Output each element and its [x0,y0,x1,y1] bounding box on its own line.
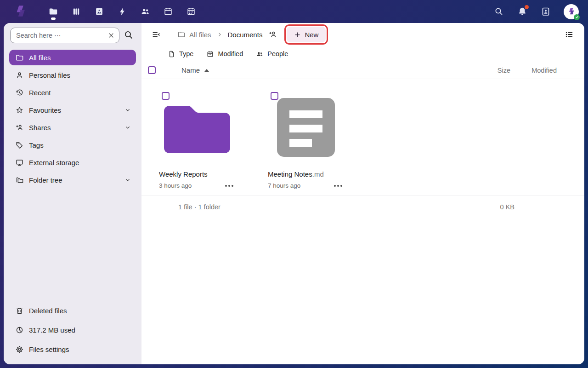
chevron-down-icon[interactable] [124,106,131,114]
search-input[interactable] [16,32,106,39]
close-icon [107,32,115,39]
search-icon [493,6,504,17]
file-card-weekly-reports[interactable]: Weekly Reports 3 hours ago [159,92,235,195]
file-basename: Meeting Notes [268,170,312,178]
chevron-down-icon[interactable] [124,176,131,184]
file-actions-button[interactable] [333,183,343,189]
sidebar-item-quota[interactable]: 317.2 MB used [9,322,136,338]
sidebar-item-personal-files[interactable]: Personal files [9,67,136,83]
nextcloud-logo[interactable] [0,5,41,18]
breadcrumb-current[interactable]: Documents [228,31,263,39]
user-avatar[interactable] [564,4,579,19]
quota-pie-icon [15,326,24,334]
name-column-label: Name [181,66,200,74]
tag-icon [15,141,24,150]
breadcrumb-root[interactable]: All files [177,30,211,39]
sidebar-item-files-settings[interactable]: Files settings [9,341,136,357]
files-grid: Weekly Reports 3 hours ago [141,79,584,195]
tasks-app-button[interactable] [186,2,197,21]
sidebar-item-label: All files [29,54,51,62]
filter-modified[interactable]: Modified [206,50,243,58]
file-name: Meeting Notes.md [268,170,344,178]
folder-icon [164,105,230,153]
unified-search-button[interactable] [493,6,504,17]
contacts-menu-icon [540,6,551,17]
logo-icon [13,5,28,18]
clear-search-button[interactable] [106,30,116,40]
gear-icon [15,345,24,354]
collapse-sidebar-button[interactable] [148,26,164,43]
sidebar-item-label: External storage [29,159,79,167]
file-extension: .md [312,170,324,178]
sort-by-modified-header[interactable]: Modified [520,67,557,74]
sidebar-item-tags[interactable]: Tags [9,137,136,153]
text-file-icon [277,98,335,157]
sidebar-item-deleted-files[interactable]: Deleted files [9,303,136,318]
sidebar-item-label: Favourites [29,106,61,114]
sidebar-item-all-files[interactable]: All files [9,50,136,65]
file-icon [168,50,175,58]
new-button[interactable]: New [287,27,326,42]
new-button-label: New [305,31,318,39]
contacts-app-button[interactable] [140,2,151,21]
sort-by-size-header[interactable]: Size [474,67,510,74]
external-storage-icon [15,158,24,167]
files-main-view: All files Documents New Type [141,23,584,364]
activity-app-button[interactable] [117,2,128,21]
file-basename: Weekly Reports [159,170,208,178]
filter-people[interactable]: People [256,50,288,58]
file-icon-area [268,92,344,157]
list-view-icon [565,30,574,39]
filter-label: People [267,50,288,58]
file-actions-button[interactable] [224,183,234,189]
active-app-indicator [51,17,56,20]
tasks-icon [186,6,196,17]
sidebar-item-label: Tags [29,141,44,149]
sidebar-item-favourites[interactable]: Favourites [9,102,136,118]
history-icon [15,88,24,97]
chevron-right-icon [216,31,223,38]
sidebar-item-external-storage[interactable]: External storage [9,155,136,170]
sidebar-item-recent[interactable]: Recent [9,85,136,100]
deck-app-button[interactable] [71,2,82,21]
sidebar-item-label: Personal files [29,71,70,79]
file-modified-time: 7 hours ago [268,182,300,189]
check-icon [575,15,579,19]
search-submit-button[interactable] [123,29,135,41]
chevron-down-icon[interactable] [124,124,131,131]
file-meta-row: 7 hours ago [268,182,344,189]
star-icon [15,106,24,115]
photos-app-button[interactable] [94,2,105,21]
trash-icon [15,306,24,315]
file-checkbox[interactable] [271,92,278,100]
people-icon [256,50,264,58]
magnifier-icon [123,29,134,40]
file-meta-row: 3 hours ago [159,182,235,189]
filter-type[interactable]: Type [168,50,193,58]
share-folder-button[interactable] [265,27,281,42]
notifications-button[interactable] [517,6,528,17]
new-button-highlight-ring: New [284,24,328,45]
folder-tree-icon [15,176,24,184]
contacts-menu-button[interactable] [540,6,551,17]
app-content: All files Personal files Recent Favourit… [4,23,584,364]
file-card-meeting-notes[interactable]: Meeting Notes.md 7 hours ago [268,92,344,195]
files-app-button[interactable] [48,2,59,21]
file-modified-time: 3 hours ago [159,182,192,189]
calendar-icon [206,50,214,58]
sort-ascending-icon [204,69,209,72]
sidebar-item-label: Shares [29,124,51,132]
file-checkbox[interactable] [162,92,170,100]
deck-icon [71,6,81,17]
sidebar-item-shares[interactable]: Shares [9,120,136,135]
avatar-logo-icon [567,7,576,16]
select-all-checkbox[interactable] [148,66,156,74]
filter-label: Modified [218,50,243,58]
sidebar-item-label: Recent [29,89,51,97]
sort-by-name-header[interactable]: Name [181,66,209,74]
search-box [10,28,119,43]
sidebar-item-label: Deleted files [29,307,67,315]
calendar-app-button[interactable] [163,2,174,21]
sidebar-item-folder-tree[interactable]: Folder tree [9,172,136,188]
view-mode-toggle-button[interactable] [561,26,577,43]
